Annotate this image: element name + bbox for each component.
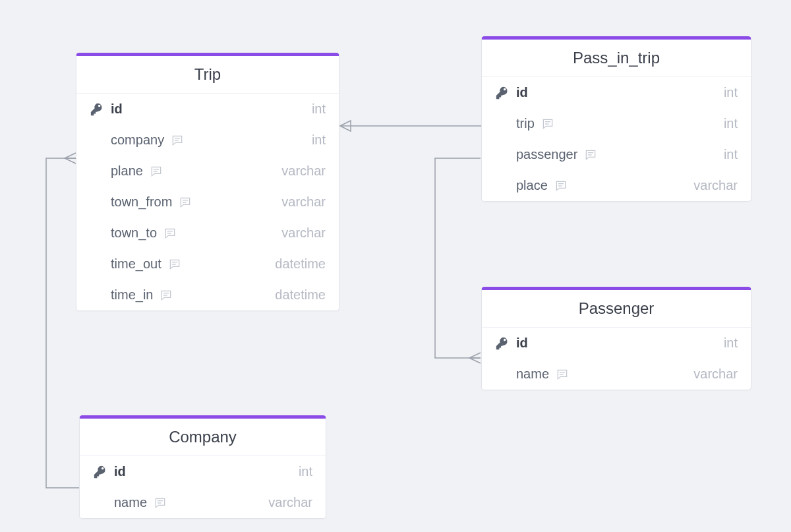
field-row[interactable]: id int	[76, 94, 339, 125]
field-type: int	[312, 133, 326, 148]
entity-trip[interactable]: Trip id int company int plan	[76, 53, 339, 311]
comment-icon	[160, 289, 173, 302]
field-row[interactable]: town_to varchar	[76, 218, 339, 249]
comment-icon	[168, 258, 181, 271]
comment-icon	[171, 134, 184, 147]
field-name: passenger	[516, 147, 577, 162]
field-name: company	[111, 133, 164, 148]
field-name: id	[111, 102, 123, 117]
field-type: varchar	[281, 163, 326, 179]
field-type: int	[724, 116, 738, 131]
field-row[interactable]: place varchar	[482, 170, 751, 201]
field-type: datetime	[275, 256, 326, 272]
field-row[interactable]: passenger int	[482, 139, 751, 170]
comment-icon	[541, 117, 554, 131]
entity-company[interactable]: Company id int name varchar	[79, 415, 326, 519]
field-name: name	[516, 367, 549, 382]
entity-title: Pass_in_trip	[482, 40, 751, 77]
comment-icon	[554, 179, 568, 192]
comment-icon	[163, 227, 177, 240]
comment-icon	[150, 165, 163, 178]
entity-passenger[interactable]: Passenger id int name varchar	[481, 287, 751, 390]
field-type: int	[299, 464, 312, 479]
comment-icon	[584, 148, 597, 162]
entity-title: Company	[80, 419, 326, 456]
field-type: int	[724, 147, 738, 162]
entity-pass-in-trip[interactable]: Pass_in_trip id int trip int	[481, 36, 751, 202]
entity-title: Trip	[76, 56, 339, 94]
key-icon	[93, 465, 107, 479]
field-type: varchar	[693, 367, 738, 382]
field-name: time_in	[111, 287, 153, 303]
key-icon	[90, 102, 104, 117]
field-type: varchar	[268, 495, 312, 510]
key-icon	[495, 336, 510, 351]
field-name: name	[114, 495, 147, 510]
field-type: varchar	[693, 178, 738, 193]
field-row[interactable]: company int	[76, 125, 339, 156]
field-type: datetime	[275, 287, 326, 303]
field-name: town_to	[111, 225, 157, 241]
field-name: trip	[516, 116, 535, 131]
field-row[interactable]: trip int	[482, 108, 751, 139]
field-row[interactable]: id int	[482, 328, 751, 359]
comment-icon	[556, 368, 569, 381]
field-name: id	[516, 336, 528, 351]
connector-passintrip-to-passenger	[435, 158, 481, 358]
field-row[interactable]: name varchar	[80, 487, 326, 518]
entity-title: Passenger	[482, 290, 751, 328]
field-type: int	[312, 102, 326, 117]
connector-trip-to-company	[46, 158, 79, 488]
field-name: id	[516, 85, 528, 100]
field-row[interactable]: town_from varchar	[76, 187, 339, 218]
field-type: varchar	[281, 225, 326, 241]
field-type: int	[724, 336, 738, 351]
field-name: place	[516, 178, 548, 193]
comment-icon	[154, 496, 167, 510]
field-name: id	[114, 464, 126, 479]
field-type: int	[724, 85, 738, 100]
field-name: time_out	[111, 256, 161, 272]
crowfoot-icon	[65, 153, 76, 163]
field-row[interactable]: name varchar	[482, 359, 751, 390]
field-name: town_from	[111, 194, 172, 210]
field-row[interactable]: time_out datetime	[76, 249, 339, 280]
comment-icon	[179, 196, 192, 209]
field-type: varchar	[281, 194, 326, 210]
crowfoot-icon	[469, 353, 481, 363]
key-icon	[495, 86, 510, 100]
field-row[interactable]: time_in datetime	[76, 280, 339, 310]
er-diagram-canvas[interactable]: Trip id int company int plan	[0, 0, 791, 532]
arrowhead-icon	[340, 121, 351, 131]
field-row[interactable]: id int	[80, 456, 326, 487]
field-row[interactable]: plane varchar	[76, 156, 339, 187]
field-name: plane	[111, 163, 143, 179]
field-row[interactable]: id int	[482, 77, 751, 108]
